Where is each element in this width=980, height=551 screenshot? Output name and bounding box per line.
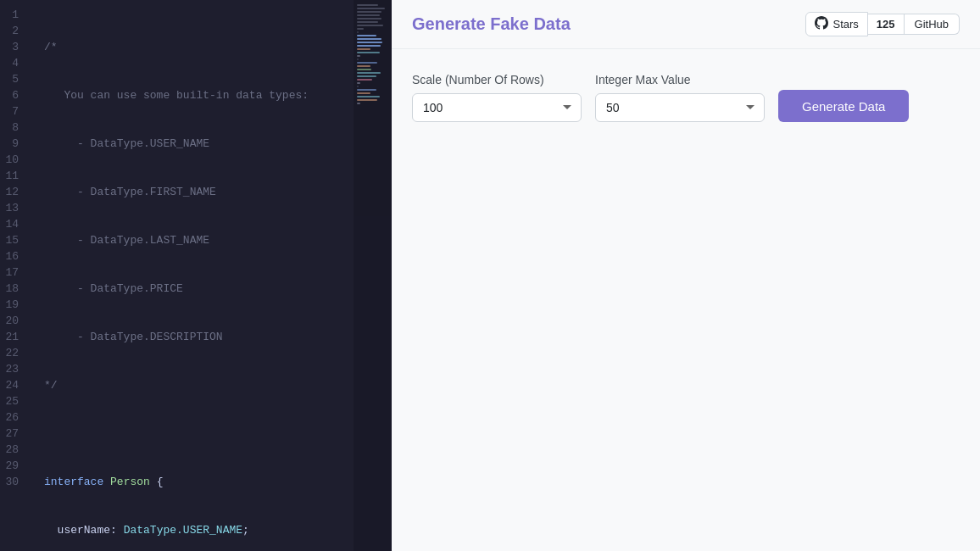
github-area: Stars 125 GitHub: [805, 12, 960, 36]
stars-label: Stars: [832, 18, 858, 31]
scale-select[interactable]: 10 25 50 100 200 500: [412, 93, 582, 122]
code-editor: 12345 678910 1112131415 1617181920 21222…: [0, 0, 392, 551]
minimap: [354, 0, 392, 551]
stars-count: 125: [868, 14, 905, 35]
controls-area: Scale (Number Of Rows) 10 25 50 100 200 …: [392, 49, 980, 146]
scale-control-group: Scale (Number Of Rows) 10 25 50 100 200 …: [412, 73, 582, 122]
github-link[interactable]: GitHub: [905, 14, 960, 35]
github-icon: [815, 16, 828, 32]
integer-label: Integer Max Value: [595, 73, 765, 86]
top-bar: Generate Fake Data Stars 125 GitHub: [392, 0, 980, 49]
right-panel: Generate Fake Data Stars 125 GitHub Scal…: [392, 0, 980, 551]
integer-control-group: Integer Max Value 10 25 50 100 200: [595, 73, 765, 122]
stars-button[interactable]: Stars: [805, 12, 867, 36]
line-numbers: 12345 678910 1112131415 1617181920 21222…: [0, 0, 36, 551]
generate-button[interactable]: Generate Data: [778, 90, 909, 122]
integer-select[interactable]: 10 25 50 100 200: [595, 93, 765, 122]
scale-label: Scale (Number Of Rows): [412, 73, 582, 86]
app-title: Generate Fake Data: [412, 14, 571, 34]
code-lines: /* You can use some built-in data types:…: [36, 0, 354, 551]
controls-row: Scale (Number Of Rows) 10 25 50 100 200 …: [412, 73, 960, 122]
